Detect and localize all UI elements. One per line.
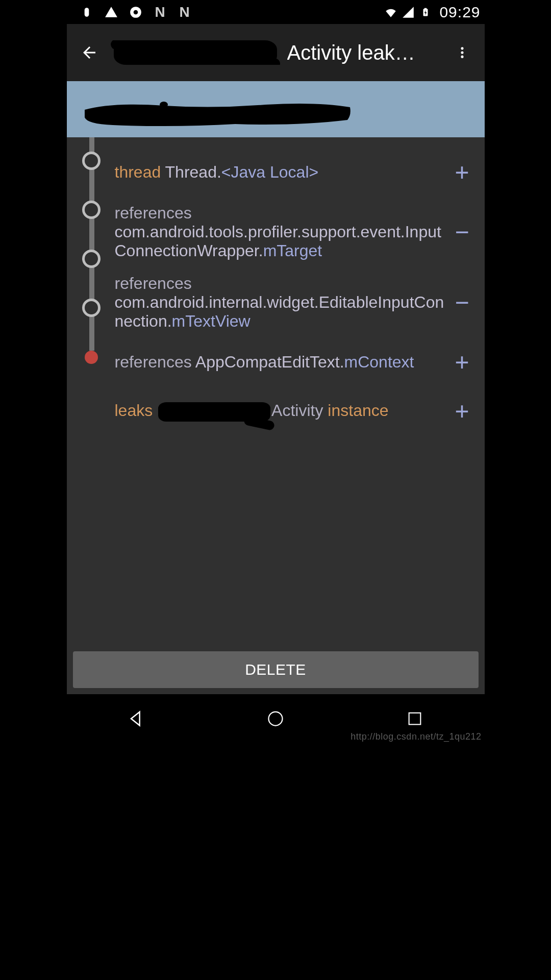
nav-back-button[interactable] [116, 698, 157, 739]
leak-trace: thread Thread.<Java Local>+references co… [67, 137, 485, 645]
svg-point-8 [461, 56, 463, 58]
trace-redacted-span [158, 402, 270, 422]
overflow-menu-button[interactable] [450, 40, 474, 65]
back-button[interactable] [77, 40, 102, 65]
toolbar: Activity leak… [67, 24, 485, 81]
svg-point-6 [461, 47, 463, 50]
trace-row[interactable]: leaks Activity instance+ [67, 387, 485, 436]
trace-row-text: references com.android.internal.widget.E… [115, 274, 447, 330]
system-nav-bar: http://blog.csdn.net/tz_1qu212 [67, 694, 485, 743]
trace-node [82, 299, 101, 317]
leak-summary-header [67, 81, 485, 137]
arrow-back-icon [80, 43, 98, 62]
leak-summary-redacted [82, 100, 353, 128]
trace-node [82, 250, 101, 268]
watermark-text: http://blog.csdn.net/tz_1qu212 [350, 731, 481, 742]
trace-row[interactable]: references com.android.internal.widget.E… [67, 267, 485, 337]
delete-button[interactable]: DELETE [73, 651, 479, 688]
status-right-icons: 09:29 [384, 4, 480, 21]
status-clock: 09:29 [436, 4, 480, 21]
expand-button[interactable]: + [447, 347, 478, 378]
svg-rect-11 [409, 713, 421, 725]
square-recents-icon [406, 710, 423, 727]
trace-row-text: references com.android.tools.profiler.su… [115, 204, 447, 260]
collapse-button[interactable]: − [447, 216, 478, 247]
trace-row-text: leaks Activity instance [115, 401, 447, 422]
circle-home-icon [266, 709, 285, 728]
svg-point-10 [269, 712, 283, 726]
svg-rect-5 [424, 8, 427, 9]
trace-row-text: references AppCompatEditText.mContext [115, 353, 447, 372]
svg-point-1 [85, 8, 88, 12]
trace-row[interactable]: references com.android.tools.profiler.su… [67, 197, 485, 267]
trace-row[interactable]: thread Thread.<Java Local>+ [67, 148, 485, 197]
app-screen: N N 09:29 Activity leak… [67, 0, 485, 743]
warning-icon [105, 6, 118, 19]
app-bug-icon [80, 6, 93, 19]
more-vert-icon [455, 45, 469, 60]
toolbar-title: Activity leak… [287, 41, 415, 64]
cell-signal-icon [402, 6, 415, 19]
expand-button[interactable]: + [447, 396, 478, 427]
toolbar-title-area: Activity leak… [102, 40, 450, 65]
battery-charging-icon [419, 6, 432, 19]
wifi-icon [384, 6, 397, 19]
status-left-icons: N N [71, 6, 191, 19]
record-icon [129, 6, 142, 19]
trace-row[interactable]: references AppCompatEditText.mContext+ [67, 338, 485, 387]
trace-node [82, 152, 101, 170]
toolbar-title-redacted-icon [114, 40, 277, 65]
svg-point-7 [461, 51, 463, 54]
expand-button[interactable]: + [447, 157, 478, 187]
n-icon-1: N [154, 6, 167, 19]
triangle-back-icon [126, 708, 146, 729]
trace-node-leak [85, 351, 98, 364]
trace-node [82, 201, 101, 219]
bottom-bar: DELETE [67, 645, 485, 694]
collapse-button[interactable]: − [447, 287, 478, 318]
svg-point-9 [160, 102, 168, 108]
nav-home-button[interactable] [255, 698, 296, 739]
trace-row-text: thread Thread.<Java Local> [115, 163, 447, 182]
n-icon-2: N [178, 6, 191, 19]
svg-point-3 [133, 10, 138, 14]
status-bar: N N 09:29 [67, 0, 485, 24]
